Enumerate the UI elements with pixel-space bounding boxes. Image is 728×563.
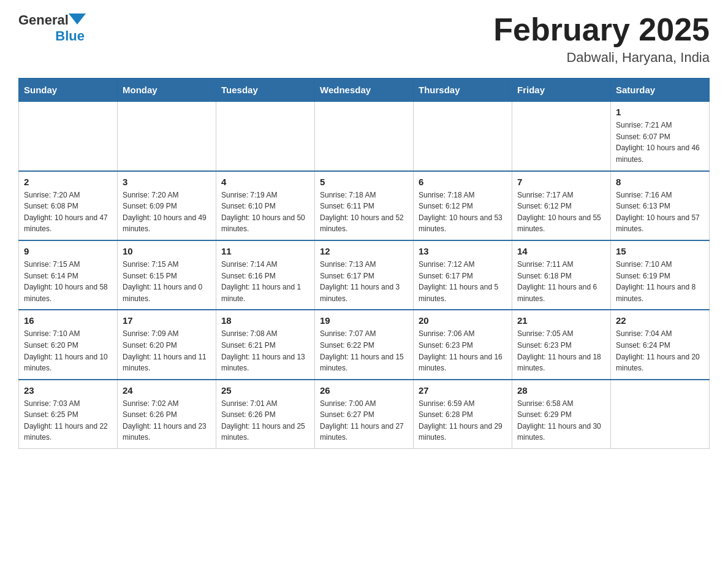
page-header: General Blue February 2025 Dabwali, Hary… [18,12,710,66]
calendar-title: February 2025 [493,12,710,47]
calendar-cell: 15Sunrise: 7:10 AM Sunset: 6:19 PM Dayli… [611,240,710,310]
day-info: Sunrise: 7:14 AM Sunset: 6:16 PM Dayligh… [221,259,309,304]
day-number: 14 [517,246,605,256]
calendar-cell: 26Sunrise: 7:00 AM Sunset: 6:27 PM Dayli… [315,380,414,449]
calendar-cell: 3Sunrise: 7:20 AM Sunset: 6:09 PM Daylig… [118,171,216,240]
calendar-cell: 14Sunrise: 7:11 AM Sunset: 6:18 PM Dayli… [512,240,611,310]
calendar-cell: 25Sunrise: 7:01 AM Sunset: 6:26 PM Dayli… [216,380,315,449]
day-number: 17 [123,315,211,326]
day-info: Sunrise: 7:15 AM Sunset: 6:14 PM Dayligh… [24,259,112,304]
calendar-week-row: 9Sunrise: 7:15 AM Sunset: 6:14 PM Daylig… [19,240,710,310]
day-info: Sunrise: 7:05 AM Sunset: 6:23 PM Dayligh… [517,328,605,373]
day-number: 28 [517,385,605,396]
logo-general-text: General [18,12,69,28]
calendar-cell: 17Sunrise: 7:09 AM Sunset: 6:20 PM Dayli… [118,310,216,379]
calendar-cell: 27Sunrise: 6:59 AM Sunset: 6:28 PM Dayli… [414,380,512,449]
weekday-header-tuesday: Tuesday [216,79,315,102]
day-number: 22 [616,315,704,326]
weekday-header-wednesday: Wednesday [315,79,414,102]
day-info: Sunrise: 7:13 AM Sunset: 6:17 PM Dayligh… [320,259,408,304]
day-info: Sunrise: 7:00 AM Sunset: 6:27 PM Dayligh… [320,398,408,443]
calendar-cell [315,102,414,171]
day-number: 16 [24,315,112,326]
day-number: 25 [221,385,309,396]
calendar-cell [611,380,710,449]
day-number: 6 [419,177,507,187]
day-info: Sunrise: 7:21 AM Sunset: 6:07 PM Dayligh… [616,120,704,165]
day-info: Sunrise: 7:02 AM Sunset: 6:26 PM Dayligh… [123,398,211,443]
day-info: Sunrise: 7:20 AM Sunset: 6:09 PM Dayligh… [123,190,211,235]
day-number: 15 [616,246,704,256]
calendar-cell [414,102,512,171]
calendar-cell [19,102,118,171]
day-number: 23 [24,385,112,396]
day-info: Sunrise: 7:08 AM Sunset: 6:21 PM Dayligh… [221,328,309,373]
calendar-cell: 28Sunrise: 6:58 AM Sunset: 6:29 PM Dayli… [512,380,611,449]
title-area: February 2025 Dabwali, Haryana, India [493,12,710,66]
day-number: 7 [517,177,605,187]
calendar-week-row: 1Sunrise: 7:21 AM Sunset: 6:07 PM Daylig… [19,102,710,171]
day-number: 18 [221,315,309,326]
calendar-cell: 21Sunrise: 7:05 AM Sunset: 6:23 PM Dayli… [512,310,611,379]
weekday-header-saturday: Saturday [611,79,710,102]
day-number: 1 [616,107,704,117]
day-number: 9 [24,246,112,256]
calendar-week-row: 23Sunrise: 7:03 AM Sunset: 6:25 PM Dayli… [19,380,710,449]
day-info: Sunrise: 7:18 AM Sunset: 6:11 PM Dayligh… [320,190,408,235]
calendar-cell: 9Sunrise: 7:15 AM Sunset: 6:14 PM Daylig… [19,240,118,310]
calendar-cell: 20Sunrise: 7:06 AM Sunset: 6:23 PM Dayli… [414,310,512,379]
weekday-header-friday: Friday [512,79,611,102]
calendar-cell [512,102,611,171]
calendar-cell: 8Sunrise: 7:16 AM Sunset: 6:13 PM Daylig… [611,171,710,240]
calendar-cell [118,102,216,171]
calendar-table: SundayMondayTuesdayWednesdayThursdayFrid… [18,78,710,449]
logo-triangle-icon [69,13,86,25]
day-number: 8 [616,177,704,187]
calendar-cell: 11Sunrise: 7:14 AM Sunset: 6:16 PM Dayli… [216,240,315,310]
calendar-week-row: 2Sunrise: 7:20 AM Sunset: 6:08 PM Daylig… [19,171,710,240]
logo: General Blue [18,12,86,44]
day-info: Sunrise: 7:04 AM Sunset: 6:24 PM Dayligh… [616,328,704,373]
day-info: Sunrise: 7:15 AM Sunset: 6:15 PM Dayligh… [123,259,211,304]
day-info: Sunrise: 7:12 AM Sunset: 6:17 PM Dayligh… [419,259,507,304]
calendar-cell [216,102,315,171]
calendar-cell: 24Sunrise: 7:02 AM Sunset: 6:26 PM Dayli… [118,380,216,449]
day-number: 20 [419,315,507,326]
day-number: 26 [320,385,408,396]
day-info: Sunrise: 7:06 AM Sunset: 6:23 PM Dayligh… [419,328,507,373]
calendar-cell: 13Sunrise: 7:12 AM Sunset: 6:17 PM Dayli… [414,240,512,310]
day-info: Sunrise: 7:10 AM Sunset: 6:19 PM Dayligh… [616,259,704,304]
day-info: Sunrise: 7:18 AM Sunset: 6:12 PM Dayligh… [419,190,507,235]
calendar-week-row: 16Sunrise: 7:10 AM Sunset: 6:20 PM Dayli… [19,310,710,379]
weekday-header-thursday: Thursday [414,79,512,102]
calendar-cell: 18Sunrise: 7:08 AM Sunset: 6:21 PM Dayli… [216,310,315,379]
day-number: 27 [419,385,507,396]
day-number: 4 [221,177,309,187]
calendar-cell: 10Sunrise: 7:15 AM Sunset: 6:15 PM Dayli… [118,240,216,310]
day-number: 10 [123,246,211,256]
calendar-cell: 16Sunrise: 7:10 AM Sunset: 6:20 PM Dayli… [19,310,118,379]
day-number: 19 [320,315,408,326]
day-number: 11 [221,246,309,256]
day-info: Sunrise: 7:20 AM Sunset: 6:08 PM Dayligh… [24,190,112,235]
calendar-cell: 7Sunrise: 7:17 AM Sunset: 6:12 PM Daylig… [512,171,611,240]
calendar-cell: 1Sunrise: 7:21 AM Sunset: 6:07 PM Daylig… [611,102,710,171]
calendar-cell: 5Sunrise: 7:18 AM Sunset: 6:11 PM Daylig… [315,171,414,240]
day-number: 21 [517,315,605,326]
day-info: Sunrise: 7:17 AM Sunset: 6:12 PM Dayligh… [517,190,605,235]
weekday-header-sunday: Sunday [19,79,118,102]
day-info: Sunrise: 7:09 AM Sunset: 6:20 PM Dayligh… [123,328,211,373]
calendar-cell: 23Sunrise: 7:03 AM Sunset: 6:25 PM Dayli… [19,380,118,449]
day-info: Sunrise: 7:11 AM Sunset: 6:18 PM Dayligh… [517,259,605,304]
calendar-subtitle: Dabwali, Haryana, India [493,50,710,66]
day-number: 24 [123,385,211,396]
calendar-cell: 6Sunrise: 7:18 AM Sunset: 6:12 PM Daylig… [414,171,512,240]
calendar-cell: 19Sunrise: 7:07 AM Sunset: 6:22 PM Dayli… [315,310,414,379]
calendar-cell: 12Sunrise: 7:13 AM Sunset: 6:17 PM Dayli… [315,240,414,310]
day-info: Sunrise: 7:07 AM Sunset: 6:22 PM Dayligh… [320,328,408,373]
calendar-cell: 22Sunrise: 7:04 AM Sunset: 6:24 PM Dayli… [611,310,710,379]
calendar-cell: 4Sunrise: 7:19 AM Sunset: 6:10 PM Daylig… [216,171,315,240]
day-info: Sunrise: 7:10 AM Sunset: 6:20 PM Dayligh… [24,328,112,373]
day-info: Sunrise: 7:03 AM Sunset: 6:25 PM Dayligh… [24,398,112,443]
day-number: 12 [320,246,408,256]
